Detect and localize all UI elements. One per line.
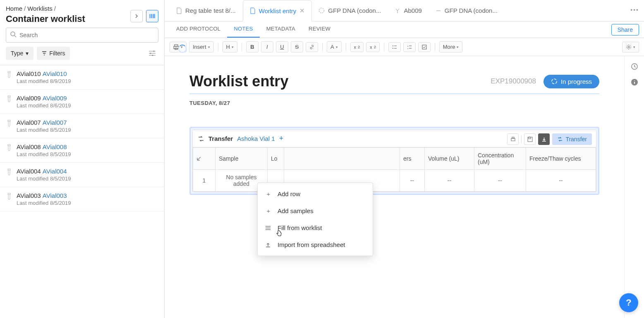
experiment-id: EXP19000908	[491, 77, 536, 85]
column-hidden	[284, 148, 400, 170]
menu-import-spreadsheet[interactable]: Import from spreadsheet	[258, 236, 373, 253]
add-source-button[interactable]: +	[279, 134, 284, 143]
print-action-icon[interactable]	[507, 133, 519, 145]
gear-icon	[626, 44, 632, 50]
add-dropdown-menu: + Add row + Add samples Fill from workli…	[257, 183, 373, 256]
breadcrumb-worklists[interactable]: Worklists	[27, 5, 53, 12]
save-action-icon[interactable]	[524, 133, 536, 145]
cell-concentration[interactable]: --	[474, 170, 526, 192]
right-gutter	[624, 56, 644, 318]
superscript-button[interactable]: x2	[366, 42, 380, 52]
search-input[interactable]	[6, 28, 158, 43]
text-color-button[interactable]: A▾	[327, 41, 342, 52]
link-button[interactable]	[306, 42, 318, 52]
strike-button[interactable]: S	[291, 41, 303, 52]
svg-point-17	[628, 46, 630, 48]
print-button[interactable]: ▾	[170, 42, 187, 52]
svg-rect-5	[8, 96, 10, 97]
italic-button[interactable]: I	[261, 41, 273, 52]
more-button[interactable]: More▾	[439, 41, 463, 52]
column-volume[interactable]: Volume (uL)	[425, 148, 474, 170]
cell-others[interactable]: --	[400, 170, 425, 192]
bold-button[interactable]: B	[246, 41, 259, 52]
transfer-table: Sample Lo ers Volume (uL) Concentration …	[193, 147, 596, 192]
column-location[interactable]: Lo	[268, 148, 284, 170]
tab-gfp-dna-1[interactable]: GFP DNA (codon...	[312, 0, 388, 21]
breadcrumb-home[interactable]: Home	[6, 5, 22, 12]
subtab-notes[interactable]: NOTES	[227, 21, 259, 38]
subtab-metadata[interactable]: METADATA	[260, 21, 302, 38]
toolbar: ▾ Insert▾ H▾ B I U S A▾ x2 x2 More▾ ▾	[165, 38, 644, 56]
subtab-add-protocol[interactable]: ADD PROTOCOL	[170, 21, 227, 38]
collapse-sidebar-button[interactable]	[130, 10, 143, 22]
tab-ab009[interactable]: Ab009	[388, 0, 429, 21]
transfer-source-chip[interactable]: Ashoka Vial 1	[237, 135, 275, 142]
vial-icon	[7, 95, 12, 103]
checklist-icon	[422, 45, 427, 50]
close-icon[interactable]: ✕	[299, 7, 305, 14]
tab-gfp-dna-2[interactable]: GFP DNA (codon...	[429, 0, 505, 21]
status-badge[interactable]: In progress	[543, 75, 599, 88]
filters-button[interactable]: Filters	[37, 47, 70, 60]
number-list-button[interactable]	[403, 42, 416, 52]
list-settings-icon[interactable]	[146, 48, 158, 59]
menu-add-row[interactable]: + Add row	[258, 185, 373, 202]
tab-reg-table[interactable]: Reg table test 8/...	[170, 0, 243, 21]
column-others[interactable]: ers	[400, 148, 425, 170]
list-item[interactable]: AVial003 AVial003 Last modified 8/5/2019	[0, 187, 164, 211]
svg-rect-16	[422, 45, 426, 49]
svg-point-14	[393, 45, 393, 46]
bullet-list-button[interactable]	[388, 42, 401, 52]
antibody-icon	[395, 8, 400, 14]
settings-gear-button[interactable]: ▾	[622, 42, 639, 52]
share-button[interactable]: Share	[611, 24, 639, 36]
tab-worklist-entry[interactable]: Worklist entry ✕	[243, 0, 312, 21]
cell-freeze[interactable]: --	[526, 170, 596, 192]
help-button[interactable]: ?	[619, 293, 638, 312]
column-sample[interactable]: Sample	[215, 148, 268, 170]
bullet-list-icon	[392, 45, 397, 50]
info-icon[interactable]	[631, 78, 638, 86]
plus-icon: +	[265, 190, 272, 197]
menu-fill-from-worklist[interactable]: Fill from worklist	[258, 219, 373, 236]
list-item[interactable]: AVial007 AVial007 Last modified 8/5/2019	[0, 114, 164, 138]
list-icon	[265, 225, 272, 230]
barcode-button[interactable]	[146, 10, 158, 22]
file-icon	[176, 7, 182, 14]
column-freeze-thaw[interactable]: Freeze/Thaw cycles	[526, 148, 596, 170]
list-item[interactable]: AVial010 AVial010 Last modified 8/9/2019	[0, 65, 164, 90]
list-item[interactable]: AVial009 AVial009 Last modified 8/6/2019	[0, 90, 164, 114]
breadcrumb-sep: /	[54, 5, 56, 12]
filter-icon	[42, 51, 47, 56]
download-action-icon[interactable]	[538, 133, 550, 145]
cell-volume[interactable]: --	[425, 170, 474, 192]
table-row[interactable]: 1 No samples added -- -- -- --	[193, 170, 596, 192]
more-tabs-icon[interactable]: •••	[630, 7, 639, 13]
insert-button[interactable]: Insert▾	[189, 41, 214, 52]
link-icon	[309, 45, 314, 50]
document-title[interactable]: Worklist entry	[189, 73, 288, 90]
menu-add-samples[interactable]: + Add samples	[258, 202, 373, 219]
sidebar: Home / Worklists / Container worklist Ty…	[0, 0, 165, 318]
column-concentration[interactable]: Concentration (uM)	[474, 148, 526, 170]
vial-icon	[7, 144, 12, 152]
subtab-review[interactable]: REVIEW	[302, 21, 337, 38]
subscript-button[interactable]: x2	[350, 42, 364, 52]
main: Reg table test 8/... Worklist entry ✕ GF…	[165, 0, 644, 318]
heading-button[interactable]: H▾	[223, 41, 237, 52]
tabs-bar: Reg table test 8/... Worklist entry ✕ GF…	[165, 0, 644, 21]
expand-column[interactable]	[193, 148, 215, 170]
transfer-icon	[198, 135, 204, 142]
transfer-button[interactable]: Transfer	[552, 133, 592, 145]
svg-rect-4	[8, 71, 10, 73]
svg-rect-7	[8, 145, 10, 146]
type-filter-button[interactable]: Type▾	[6, 47, 34, 60]
list-item[interactable]: AVial008 AVial008 Last modified 8/5/2019	[0, 138, 164, 163]
history-icon[interactable]	[631, 63, 638, 70]
svg-rect-6	[8, 120, 10, 121]
checklist-button[interactable]	[418, 42, 431, 52]
sidebar-header: Home / Worklists / Container worklist	[0, 0, 164, 28]
svg-point-2	[150, 53, 151, 54]
list-item[interactable]: AVial004 AVial004 Last modified 8/5/2019	[0, 163, 164, 187]
underline-button[interactable]: U	[276, 41, 288, 52]
